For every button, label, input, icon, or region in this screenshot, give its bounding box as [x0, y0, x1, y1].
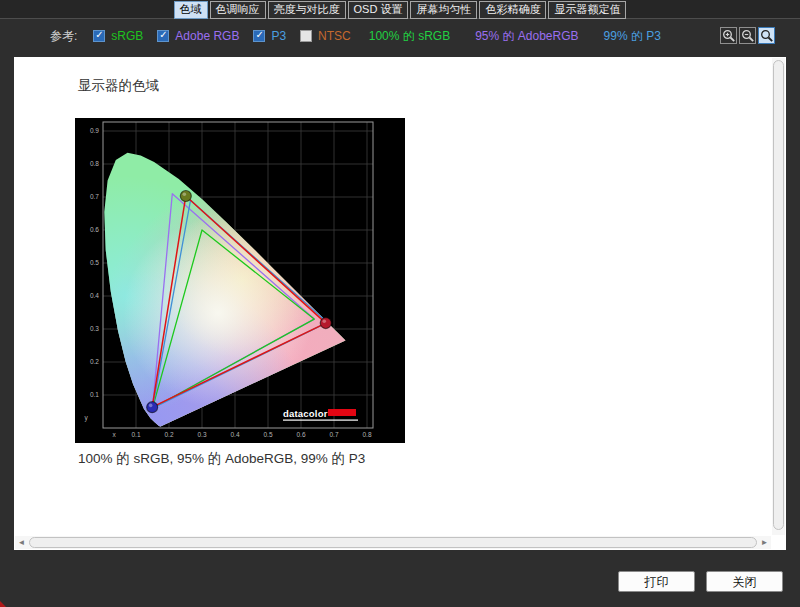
scroll-right-arrow-icon[interactable]: ►	[758, 536, 771, 549]
svg-text:0.2: 0.2	[90, 358, 99, 365]
svg-text:0.4: 0.4	[230, 431, 239, 438]
reference-label: 参考:	[50, 28, 77, 45]
cie-chromaticity-chart: 0.10.20.30.40.50.60.70.80.10.20.30.40.50…	[75, 118, 405, 443]
coverage-results: 100% 的 sRGB 95% 的 AdobeRGB 99% 的 P3	[369, 28, 686, 45]
svg-text:0.1: 0.1	[131, 431, 140, 438]
coverage-adobergb: 95% 的 AdobeRGB	[475, 28, 578, 45]
ntsc-checkbox[interactable]	[300, 30, 312, 42]
tab-color-accuracy[interactable]: 色彩精确度	[479, 1, 546, 19]
vertical-scrollbar[interactable]	[772, 58, 785, 535]
svg-text:0.4: 0.4	[90, 292, 99, 299]
p3-checkbox-label: P3	[271, 29, 286, 43]
gamut-chart-container: 0.10.20.30.40.50.60.70.80.10.20.30.40.50…	[75, 118, 405, 443]
checkbox-group-adobergb: Adobe RGB	[157, 29, 239, 43]
srgb-checkbox[interactable]	[93, 30, 105, 42]
svg-text:0.6: 0.6	[296, 431, 305, 438]
tab-osd-settings[interactable]: OSD 设置	[348, 1, 409, 19]
report-panel: 显示器的色域	[14, 57, 786, 550]
checkbox-group-ntsc: NTSC	[300, 29, 351, 43]
tab-gamut[interactable]: 色域	[174, 1, 208, 19]
coverage-p3: 99% 的 P3	[604, 28, 661, 45]
svg-text:0.3: 0.3	[90, 325, 99, 332]
svg-text:0.7: 0.7	[90, 193, 99, 200]
svg-text:0.5: 0.5	[263, 431, 272, 438]
zoom-out-button[interactable]	[739, 27, 756, 44]
zoom-reset-button[interactable]	[758, 27, 775, 44]
magnifier-plus-icon	[722, 29, 736, 43]
svg-text:0.8: 0.8	[362, 431, 371, 438]
svg-text:0.9: 0.9	[90, 127, 99, 134]
checkbox-group-srgb: sRGB	[93, 29, 143, 43]
tab-display-ratings[interactable]: 显示器额定值	[548, 1, 626, 19]
adobergb-checkbox-label: Adobe RGB	[175, 29, 239, 43]
magnifier-minus-icon	[741, 29, 755, 43]
spyder-logo-fragment	[0, 601, 6, 607]
close-button[interactable]: 关闭	[706, 571, 783, 592]
zoom-in-button[interactable]	[720, 27, 737, 44]
svg-text:0.3: 0.3	[197, 431, 206, 438]
svg-text:0.8: 0.8	[90, 160, 99, 167]
srgb-checkbox-label: sRGB	[111, 29, 143, 43]
ntsc-checkbox-label: NTSC	[318, 29, 351, 43]
tab-tone-response[interactable]: 色调响应	[210, 1, 266, 19]
coverage-srgb: 100% 的 sRGB	[369, 28, 450, 45]
horizontal-scrollbar-thumb[interactable]	[29, 537, 757, 548]
page-title: 显示器的色域	[78, 77, 159, 95]
checkbox-group-p3: P3	[253, 29, 286, 43]
tab-brightness-contrast[interactable]: 亮度与对比度	[268, 1, 346, 19]
svg-text:0.5: 0.5	[90, 259, 99, 266]
print-button[interactable]: 打印	[618, 571, 695, 592]
gamut-summary-caption: 100% 的 sRGB, 95% 的 AdobeRGB, 99% 的 P3	[78, 450, 365, 468]
adobergb-checkbox[interactable]	[157, 30, 169, 42]
svg-text:0.6: 0.6	[90, 226, 99, 233]
svg-text:0.1: 0.1	[90, 391, 99, 398]
svg-text:0.2: 0.2	[164, 431, 173, 438]
tab-screen-uniformity[interactable]: 屏幕均匀性	[410, 1, 477, 19]
reference-toolbar: 参考: sRGB Adobe RGB P3 NTSC 100% 的 sRGB 9…	[50, 26, 686, 46]
scroll-left-arrow-icon[interactable]: ◄	[15, 536, 28, 549]
zoom-controls	[720, 27, 775, 44]
report-tab-bar: 色域 色调响应 亮度与对比度 OSD 设置 屏幕均匀性 色彩精确度 显示器额定值	[0, 0, 800, 19]
p3-checkbox[interactable]	[253, 30, 265, 42]
horizontal-scrollbar[interactable]: ◄ ►	[15, 536, 771, 549]
vertical-scrollbar-thumb[interactable]	[773, 60, 784, 530]
magnifier-icon	[760, 29, 774, 43]
svg-text:datacolor: datacolor	[283, 408, 328, 419]
svg-text:0.7: 0.7	[329, 431, 338, 438]
